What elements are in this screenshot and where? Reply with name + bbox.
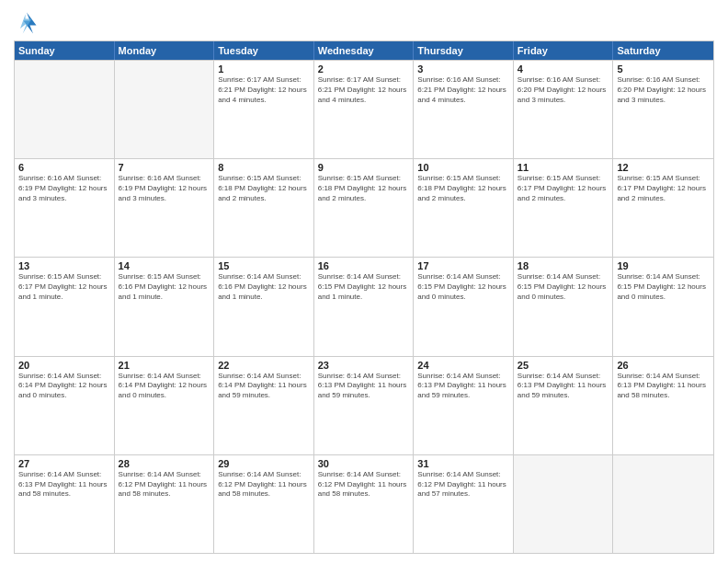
day-info: Sunrise: 6:14 AM Sunset: 6:13 PM Dayligh… xyxy=(417,372,509,401)
day-info: Sunrise: 6:14 AM Sunset: 6:15 PM Dayligh… xyxy=(617,272,710,302)
day-number: 22 xyxy=(218,360,310,371)
weekday-header-tuesday: Tuesday xyxy=(214,41,314,60)
day-cell-5: 5Sunrise: 6:16 AM Sunset: 6:20 PM Daylig… xyxy=(613,61,713,158)
day-info: Sunrise: 6:15 AM Sunset: 6:18 PM Dayligh… xyxy=(218,174,310,203)
day-cell-6: 6Sunrise: 6:16 AM Sunset: 6:19 PM Daylig… xyxy=(15,159,115,257)
day-cell-26: 26Sunrise: 6:14 AM Sunset: 6:13 PM Dayli… xyxy=(613,357,713,454)
day-number: 17 xyxy=(417,260,509,271)
day-cell-10: 10Sunrise: 6:15 AM Sunset: 6:18 PM Dayli… xyxy=(414,159,514,257)
day-cell-25: 25Sunrise: 6:14 AM Sunset: 6:13 PM Dayli… xyxy=(514,357,614,454)
day-info: Sunrise: 6:14 AM Sunset: 6:13 PM Dayligh… xyxy=(518,372,609,401)
day-info: Sunrise: 6:14 AM Sunset: 6:12 PM Dayligh… xyxy=(119,470,210,500)
calendar-row-1: 1Sunrise: 6:17 AM Sunset: 6:21 PM Daylig… xyxy=(15,60,713,158)
day-cell-18: 18Sunrise: 6:14 AM Sunset: 6:15 PM Dayli… xyxy=(514,258,614,355)
day-info: Sunrise: 6:17 AM Sunset: 6:21 PM Dayligh… xyxy=(218,75,310,105)
day-number: 30 xyxy=(318,458,410,469)
calendar: SundayMondayTuesdayWednesdayThursdayFrid… xyxy=(14,40,714,554)
day-cell-24: 24Sunrise: 6:14 AM Sunset: 6:13 PM Dayli… xyxy=(414,357,514,454)
day-number: 14 xyxy=(119,260,210,271)
day-cell-11: 11Sunrise: 6:15 AM Sunset: 6:17 PM Dayli… xyxy=(514,159,614,257)
day-info: Sunrise: 6:16 AM Sunset: 6:19 PM Dayligh… xyxy=(119,174,210,203)
day-number: 15 xyxy=(218,260,310,271)
day-number: 26 xyxy=(617,360,710,371)
day-number: 2 xyxy=(318,63,410,75)
day-info: Sunrise: 6:15 AM Sunset: 6:18 PM Dayligh… xyxy=(318,174,410,203)
day-info: Sunrise: 6:16 AM Sunset: 6:20 PM Dayligh… xyxy=(617,75,710,105)
day-number: 21 xyxy=(119,360,210,371)
day-cell-19: 19Sunrise: 6:14 AM Sunset: 6:15 PM Dayli… xyxy=(613,258,713,355)
day-number: 18 xyxy=(518,260,609,271)
day-info: Sunrise: 6:14 AM Sunset: 6:16 PM Dayligh… xyxy=(218,272,310,302)
day-cell-empty-0-0 xyxy=(15,61,115,158)
day-info: Sunrise: 6:15 AM Sunset: 6:17 PM Dayligh… xyxy=(518,174,609,203)
day-info: Sunrise: 6:14 AM Sunset: 6:12 PM Dayligh… xyxy=(417,470,509,500)
day-cell-21: 21Sunrise: 6:14 AM Sunset: 6:14 PM Dayli… xyxy=(115,357,215,454)
day-number: 29 xyxy=(218,458,310,469)
day-info: Sunrise: 6:14 AM Sunset: 6:13 PM Dayligh… xyxy=(318,372,410,401)
weekday-header-friday: Friday xyxy=(514,41,614,60)
day-info: Sunrise: 6:15 AM Sunset: 6:18 PM Dayligh… xyxy=(417,174,509,203)
day-info: Sunrise: 6:14 AM Sunset: 6:15 PM Dayligh… xyxy=(518,272,609,302)
day-info: Sunrise: 6:15 AM Sunset: 6:17 PM Dayligh… xyxy=(617,174,710,203)
day-number: 27 xyxy=(18,458,110,469)
day-number: 9 xyxy=(318,162,410,173)
day-cell-9: 9Sunrise: 6:15 AM Sunset: 6:18 PM Daylig… xyxy=(314,159,415,257)
day-cell-15: 15Sunrise: 6:14 AM Sunset: 6:16 PM Dayli… xyxy=(214,258,314,355)
weekday-header-saturday: Saturday xyxy=(613,41,713,60)
day-cell-14: 14Sunrise: 6:15 AM Sunset: 6:16 PM Dayli… xyxy=(115,258,215,355)
day-cell-13: 13Sunrise: 6:15 AM Sunset: 6:17 PM Dayli… xyxy=(15,258,115,355)
day-number: 24 xyxy=(417,360,509,371)
calendar-row-3: 13Sunrise: 6:15 AM Sunset: 6:17 PM Dayli… xyxy=(15,257,713,355)
day-cell-23: 23Sunrise: 6:14 AM Sunset: 6:13 PM Dayli… xyxy=(314,357,415,454)
day-info: Sunrise: 6:14 AM Sunset: 6:14 PM Dayligh… xyxy=(218,372,310,401)
weekday-header-sunday: Sunday xyxy=(15,41,115,60)
day-number: 1 xyxy=(218,63,310,75)
calendar-row-4: 20Sunrise: 6:14 AM Sunset: 6:14 PM Dayli… xyxy=(15,356,713,454)
day-info: Sunrise: 6:16 AM Sunset: 6:19 PM Dayligh… xyxy=(18,174,110,203)
day-cell-28: 28Sunrise: 6:14 AM Sunset: 6:12 PM Dayli… xyxy=(115,455,215,553)
day-cell-27: 27Sunrise: 6:14 AM Sunset: 6:13 PM Dayli… xyxy=(15,455,115,553)
day-info: Sunrise: 6:14 AM Sunset: 6:13 PM Dayligh… xyxy=(617,372,710,401)
day-number: 16 xyxy=(318,260,410,271)
day-number: 28 xyxy=(119,458,210,469)
day-cell-empty-0-1 xyxy=(115,61,215,158)
logo xyxy=(14,9,43,35)
calendar-row-2: 6Sunrise: 6:16 AM Sunset: 6:19 PM Daylig… xyxy=(15,158,713,257)
day-number: 11 xyxy=(518,162,609,173)
weekday-header-wednesday: Wednesday xyxy=(314,41,415,60)
day-cell-7: 7Sunrise: 6:16 AM Sunset: 6:19 PM Daylig… xyxy=(115,159,215,257)
day-number: 10 xyxy=(417,162,509,173)
day-info: Sunrise: 6:14 AM Sunset: 6:14 PM Dayligh… xyxy=(119,372,210,401)
logo-icon xyxy=(14,9,40,35)
calendar-body: 1Sunrise: 6:17 AM Sunset: 6:21 PM Daylig… xyxy=(15,60,713,553)
day-cell-4: 4Sunrise: 6:16 AM Sunset: 6:20 PM Daylig… xyxy=(514,61,614,158)
day-info: Sunrise: 6:14 AM Sunset: 6:12 PM Dayligh… xyxy=(218,470,310,500)
day-cell-empty-4-6 xyxy=(613,455,713,553)
day-number: 12 xyxy=(617,162,710,173)
day-number: 7 xyxy=(119,162,210,173)
weekday-header-thursday: Thursday xyxy=(414,41,514,60)
weekday-header-monday: Monday xyxy=(115,41,215,60)
day-info: Sunrise: 6:15 AM Sunset: 6:16 PM Dayligh… xyxy=(119,272,210,302)
day-number: 6 xyxy=(18,162,110,173)
day-info: Sunrise: 6:14 AM Sunset: 6:14 PM Dayligh… xyxy=(18,372,110,401)
day-cell-17: 17Sunrise: 6:14 AM Sunset: 6:15 PM Dayli… xyxy=(414,258,514,355)
day-cell-2: 2Sunrise: 6:17 AM Sunset: 6:21 PM Daylig… xyxy=(314,61,415,158)
calendar-row-5: 27Sunrise: 6:14 AM Sunset: 6:13 PM Dayli… xyxy=(15,454,713,553)
day-number: 25 xyxy=(518,360,609,371)
day-cell-12: 12Sunrise: 6:15 AM Sunset: 6:17 PM Dayli… xyxy=(613,159,713,257)
day-number: 23 xyxy=(318,360,410,371)
day-number: 8 xyxy=(218,162,310,173)
day-number: 19 xyxy=(617,260,710,271)
day-info: Sunrise: 6:14 AM Sunset: 6:13 PM Dayligh… xyxy=(18,470,110,500)
day-info: Sunrise: 6:14 AM Sunset: 6:15 PM Dayligh… xyxy=(318,272,410,302)
day-number: 31 xyxy=(417,458,509,469)
day-cell-30: 30Sunrise: 6:14 AM Sunset: 6:12 PM Dayli… xyxy=(314,455,415,553)
day-info: Sunrise: 6:16 AM Sunset: 6:21 PM Dayligh… xyxy=(417,75,509,105)
day-info: Sunrise: 6:17 AM Sunset: 6:21 PM Dayligh… xyxy=(318,75,410,105)
calendar-header-row: SundayMondayTuesdayWednesdayThursdayFrid… xyxy=(15,41,713,60)
day-number: 3 xyxy=(417,63,509,75)
day-info: Sunrise: 6:14 AM Sunset: 6:12 PM Dayligh… xyxy=(318,470,410,500)
day-cell-3: 3Sunrise: 6:16 AM Sunset: 6:21 PM Daylig… xyxy=(414,61,514,158)
day-cell-29: 29Sunrise: 6:14 AM Sunset: 6:12 PM Dayli… xyxy=(214,455,314,553)
